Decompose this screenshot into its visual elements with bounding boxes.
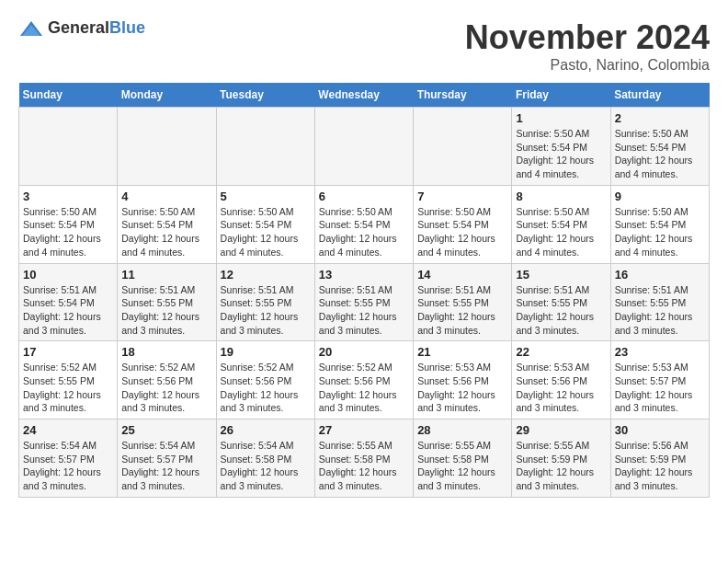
day-info: Sunrise: 5:54 AM Sunset: 5:57 PM Dayligh… xyxy=(121,439,211,493)
day-info: Sunrise: 5:53 AM Sunset: 5:56 PM Dayligh… xyxy=(417,361,507,415)
day-info: Sunrise: 5:52 AM Sunset: 5:55 PM Dayligh… xyxy=(23,361,113,415)
calendar-body: 1Sunrise: 5:50 AM Sunset: 5:54 PM Daylig… xyxy=(19,108,710,498)
day-number: 19 xyxy=(221,345,311,359)
day-info: Sunrise: 5:51 AM Sunset: 5:55 PM Dayligh… xyxy=(221,283,311,338)
day-number: 17 xyxy=(23,345,113,359)
day-number: 4 xyxy=(121,190,211,203)
calendar-week-row: 1Sunrise: 5:50 AM Sunset: 5:54 PM Daylig… xyxy=(19,108,710,186)
day-number: 11 xyxy=(121,268,211,282)
day-info: Sunrise: 5:56 AM Sunset: 5:59 PM Dayligh… xyxy=(615,439,705,493)
calendar-cell: 20Sunrise: 5:52 AM Sunset: 5:56 PM Dayli… xyxy=(314,341,413,419)
weekday-header: Saturday xyxy=(610,83,709,108)
weekday-header: Tuesday xyxy=(216,83,314,108)
day-info: Sunrise: 5:50 AM Sunset: 5:54 PM Dayligh… xyxy=(23,205,113,259)
day-number: 8 xyxy=(516,190,606,203)
page-header: GeneralBlue November 2024 Pasto, Narino,… xyxy=(18,18,710,74)
day-number: 21 xyxy=(417,345,507,359)
day-info: Sunrise: 5:53 AM Sunset: 5:57 PM Dayligh… xyxy=(615,361,705,415)
day-number: 22 xyxy=(516,345,606,359)
day-info: Sunrise: 5:54 AM Sunset: 5:58 PM Dayligh… xyxy=(221,439,311,493)
calendar-cell xyxy=(414,108,512,186)
calendar-cell xyxy=(216,108,314,186)
weekday-header: Wednesday xyxy=(314,83,413,108)
calendar-cell: 10Sunrise: 5:51 AM Sunset: 5:54 PM Dayli… xyxy=(19,263,118,341)
day-info: Sunrise: 5:51 AM Sunset: 5:55 PM Dayligh… xyxy=(615,283,705,338)
calendar-cell: 18Sunrise: 5:52 AM Sunset: 5:56 PM Dayli… xyxy=(118,341,216,419)
logo-blue: Blue xyxy=(109,18,145,37)
day-number: 6 xyxy=(319,190,409,203)
logo: GeneralBlue xyxy=(18,18,145,38)
day-info: Sunrise: 5:52 AM Sunset: 5:56 PM Dayligh… xyxy=(121,361,211,415)
day-number: 18 xyxy=(121,345,211,359)
day-number: 7 xyxy=(417,190,507,203)
day-info: Sunrise: 5:51 AM Sunset: 5:55 PM Dayligh… xyxy=(516,283,606,338)
title-block: November 2024 Pasto, Narino, Colombia xyxy=(465,18,710,74)
calendar-cell: 1Sunrise: 5:50 AM Sunset: 5:54 PM Daylig… xyxy=(512,108,610,186)
day-number: 28 xyxy=(417,423,507,437)
calendar-cell: 30Sunrise: 5:56 AM Sunset: 5:59 PM Dayli… xyxy=(610,419,709,498)
calendar-cell: 24Sunrise: 5:54 AM Sunset: 5:57 PM Dayli… xyxy=(19,419,118,498)
weekday-header: Friday xyxy=(512,83,610,108)
calendar-week-row: 17Sunrise: 5:52 AM Sunset: 5:55 PM Dayli… xyxy=(19,341,710,419)
day-number: 26 xyxy=(221,423,311,437)
calendar-cell: 4Sunrise: 5:50 AM Sunset: 5:54 PM Daylig… xyxy=(118,185,216,263)
logo-text: GeneralBlue xyxy=(48,18,145,38)
month-title: November 2024 xyxy=(465,18,710,57)
day-info: Sunrise: 5:55 AM Sunset: 5:58 PM Dayligh… xyxy=(319,439,409,493)
calendar-cell: 19Sunrise: 5:52 AM Sunset: 5:56 PM Dayli… xyxy=(216,341,314,419)
calendar-cell: 29Sunrise: 5:55 AM Sunset: 5:59 PM Dayli… xyxy=(512,419,610,498)
calendar-cell: 5Sunrise: 5:50 AM Sunset: 5:54 PM Daylig… xyxy=(216,185,314,263)
weekday-row: SundayMondayTuesdayWednesdayThursdayFrid… xyxy=(19,83,710,108)
calendar-cell: 21Sunrise: 5:53 AM Sunset: 5:56 PM Dayli… xyxy=(414,341,512,419)
day-number: 30 xyxy=(615,423,705,437)
calendar-cell: 6Sunrise: 5:50 AM Sunset: 5:54 PM Daylig… xyxy=(314,185,413,263)
day-info: Sunrise: 5:51 AM Sunset: 5:55 PM Dayligh… xyxy=(319,283,409,338)
calendar-cell: 14Sunrise: 5:51 AM Sunset: 5:55 PM Dayli… xyxy=(414,263,512,341)
calendar-cell: 12Sunrise: 5:51 AM Sunset: 5:55 PM Dayli… xyxy=(216,263,314,341)
day-info: Sunrise: 5:52 AM Sunset: 5:56 PM Dayligh… xyxy=(221,361,311,415)
day-number: 27 xyxy=(319,423,409,437)
day-info: Sunrise: 5:50 AM Sunset: 5:54 PM Dayligh… xyxy=(516,127,606,181)
day-info: Sunrise: 5:54 AM Sunset: 5:57 PM Dayligh… xyxy=(23,439,113,493)
calendar-cell: 15Sunrise: 5:51 AM Sunset: 5:55 PM Dayli… xyxy=(512,263,610,341)
calendar-week-row: 24Sunrise: 5:54 AM Sunset: 5:57 PM Dayli… xyxy=(19,419,710,498)
calendar-table: SundayMondayTuesdayWednesdayThursdayFrid… xyxy=(18,83,710,498)
day-number: 5 xyxy=(221,190,311,203)
day-info: Sunrise: 5:50 AM Sunset: 5:54 PM Dayligh… xyxy=(121,205,211,259)
calendar-cell: 8Sunrise: 5:50 AM Sunset: 5:54 PM Daylig… xyxy=(512,185,610,263)
logo-icon xyxy=(18,19,44,38)
day-number: 9 xyxy=(615,190,705,203)
calendar-cell: 22Sunrise: 5:53 AM Sunset: 5:56 PM Dayli… xyxy=(512,341,610,419)
day-info: Sunrise: 5:55 AM Sunset: 5:59 PM Dayligh… xyxy=(516,439,606,493)
weekday-header: Sunday xyxy=(19,83,118,108)
logo-general: General xyxy=(48,18,109,37)
calendar-week-row: 10Sunrise: 5:51 AM Sunset: 5:54 PM Dayli… xyxy=(19,263,710,341)
day-number: 14 xyxy=(417,268,507,282)
day-info: Sunrise: 5:52 AM Sunset: 5:56 PM Dayligh… xyxy=(319,361,409,415)
day-number: 13 xyxy=(319,268,409,282)
day-number: 2 xyxy=(615,111,705,125)
day-number: 15 xyxy=(516,268,606,282)
day-info: Sunrise: 5:50 AM Sunset: 5:54 PM Dayligh… xyxy=(516,205,606,259)
day-info: Sunrise: 5:51 AM Sunset: 5:55 PM Dayligh… xyxy=(121,283,211,338)
calendar-cell: 17Sunrise: 5:52 AM Sunset: 5:55 PM Dayli… xyxy=(19,341,118,419)
day-info: Sunrise: 5:50 AM Sunset: 5:54 PM Dayligh… xyxy=(615,205,705,259)
day-info: Sunrise: 5:50 AM Sunset: 5:54 PM Dayligh… xyxy=(221,205,311,259)
weekday-header: Thursday xyxy=(414,83,512,108)
calendar-week-row: 3Sunrise: 5:50 AM Sunset: 5:54 PM Daylig… xyxy=(19,185,710,263)
day-info: Sunrise: 5:51 AM Sunset: 5:55 PM Dayligh… xyxy=(417,283,507,338)
calendar-cell: 28Sunrise: 5:55 AM Sunset: 5:58 PM Dayli… xyxy=(414,419,512,498)
calendar-header: SundayMondayTuesdayWednesdayThursdayFrid… xyxy=(19,83,710,108)
calendar-cell xyxy=(19,108,118,186)
calendar-cell xyxy=(314,108,413,186)
day-info: Sunrise: 5:51 AM Sunset: 5:54 PM Dayligh… xyxy=(23,283,113,338)
day-number: 10 xyxy=(23,268,113,282)
calendar-cell: 23Sunrise: 5:53 AM Sunset: 5:57 PM Dayli… xyxy=(610,341,709,419)
calendar-cell: 9Sunrise: 5:50 AM Sunset: 5:54 PM Daylig… xyxy=(610,185,709,263)
calendar-cell: 27Sunrise: 5:55 AM Sunset: 5:58 PM Dayli… xyxy=(314,419,413,498)
calendar-cell: 25Sunrise: 5:54 AM Sunset: 5:57 PM Dayli… xyxy=(118,419,216,498)
calendar-cell: 11Sunrise: 5:51 AM Sunset: 5:55 PM Dayli… xyxy=(118,263,216,341)
calendar-cell: 16Sunrise: 5:51 AM Sunset: 5:55 PM Dayli… xyxy=(610,263,709,341)
day-number: 16 xyxy=(615,268,705,282)
day-number: 20 xyxy=(319,345,409,359)
